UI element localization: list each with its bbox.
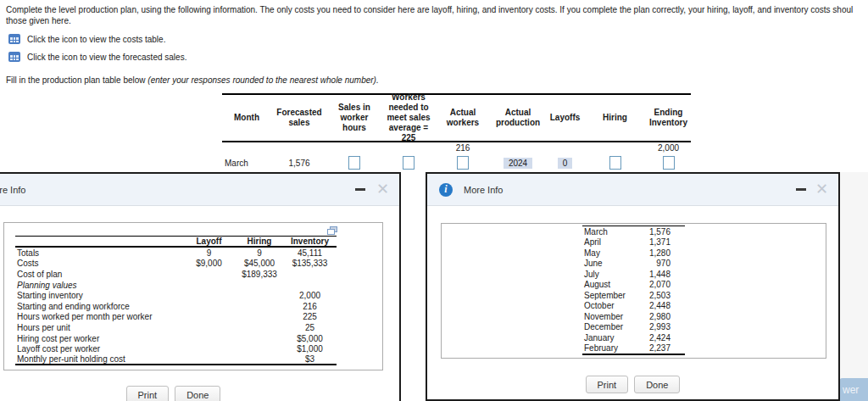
- table-row: June970: [582, 259, 685, 270]
- col-forecasted-sales: Forecasted sales: [271, 95, 327, 141]
- minimize-icon[interactable]: [796, 188, 806, 191]
- sales-link-label: Click the icon to view the forecasted sa…: [27, 53, 186, 62]
- header-inventory: Inventory: [283, 237, 337, 246]
- table-row: Hours per unit 25: [15, 322, 337, 333]
- table-row: Starting inventory 2,000: [15, 290, 337, 301]
- production-plan-table: Month Forecasted sales Sales in worker h…: [222, 93, 691, 172]
- table-row: Monthly per-unit holding cost $3: [15, 354, 337, 365]
- forecasted-sales-icon[interactable]: [8, 52, 20, 62]
- given-values-row: 216 2,000: [222, 143, 691, 153]
- forecast-table: March1,576 April1,371 May1,280 June970 J…: [582, 226, 685, 355]
- forecast-popup-title: More Info: [464, 185, 503, 195]
- minimize-icon[interactable]: [355, 188, 365, 191]
- costs-table-link: Click the icon to view the costs table.: [8, 34, 165, 44]
- costs-table-icon[interactable]: [8, 34, 20, 44]
- actual-workers-given: 216: [436, 143, 490, 153]
- sales-worker-hours-input[interactable]: [348, 156, 360, 170]
- table-row: Hiring cost per worker $5,000: [15, 333, 337, 344]
- actual-workers-input[interactable]: [457, 156, 469, 170]
- instruction-line-2: those given here.: [6, 15, 868, 26]
- workers-needed-input[interactable]: [403, 156, 415, 170]
- col-actual-production: Actual production: [490, 95, 546, 141]
- forecast-popup-titlebar: i More Info ✕: [427, 174, 838, 206]
- forecast-popup-window: i More Info ✕ March1,576 April1,371 May1…: [426, 172, 840, 401]
- table-row: January2,424: [582, 332, 685, 343]
- table-row: March1,576: [582, 226, 685, 237]
- done-button[interactable]: Done: [175, 386, 220, 401]
- check-answer-button[interactable]: wer: [839, 378, 868, 401]
- forecast-table-panel: March1,576 April1,371 May1,280 June970 J…: [441, 223, 826, 359]
- forecasted-sales-value: 1,576: [271, 159, 327, 168]
- info-icon: i: [439, 183, 453, 197]
- popout-icon[interactable]: [327, 226, 337, 235]
- table-row: Totals 9 9 45,111: [15, 248, 337, 259]
- print-button[interactable]: Print: [586, 376, 629, 393]
- fill-instruction: Fill in the production plan table below …: [6, 75, 379, 85]
- close-icon[interactable]: ✕: [376, 181, 389, 197]
- table-row: October2,448: [582, 301, 685, 312]
- actual-production-input[interactable]: 2024: [504, 158, 532, 169]
- col-month: Month: [222, 95, 271, 141]
- costs-popup-titlebar: i More Info ✕: [0, 174, 399, 206]
- table-row: November2,980: [582, 311, 685, 322]
- table-row: December2,993: [582, 322, 685, 333]
- header-layoff: Layoff: [182, 237, 236, 246]
- col-sales-worker-hours: Sales in worker hours: [327, 95, 381, 141]
- table-row: September2,503: [582, 290, 685, 301]
- header-hiring: Hiring: [236, 237, 283, 246]
- print-button[interactable]: Print: [126, 386, 170, 401]
- table-row: May1,280: [582, 248, 685, 259]
- table-row: Starting and ending workforce 216: [15, 301, 337, 312]
- table-row: Costs $9,000 $45,000 $135,333: [15, 259, 337, 270]
- costs-popup-title: More Info: [0, 185, 25, 195]
- costs-table: Layoff Hiring Inventory Totals 9 9 45,11…: [15, 236, 337, 365]
- costs-table-panel: Layoff Hiring Inventory Totals 9 9 45,11…: [3, 222, 383, 370]
- col-hiring: Hiring: [584, 95, 646, 141]
- table-row: Hours worked per month per worker 225: [15, 312, 337, 323]
- col-ending-inventory: Ending Inventory: [646, 95, 691, 141]
- done-button[interactable]: Done: [634, 376, 680, 393]
- month-label: March: [222, 159, 271, 168]
- hiring-input[interactable]: [609, 156, 621, 170]
- layoffs-input[interactable]: 0: [558, 158, 573, 169]
- ending-inventory-input[interactable]: [663, 156, 675, 170]
- col-actual-workers: Actual workers: [436, 95, 490, 141]
- costs-popup-window: i More Info ✕ Layoff Hiring Inventory To…: [0, 172, 401, 401]
- instruction-line-1: Complete the level production plan, usin…: [6, 4, 868, 15]
- costs-link-label: Click the icon to view the costs table.: [27, 35, 165, 44]
- table-row: Cost of plan $189,333: [15, 269, 337, 280]
- production-table-header: Month Forecasted sales Sales in worker h…: [222, 95, 691, 142]
- table-row-march: March 1,576 2024 0: [222, 153, 691, 172]
- table-row: February2,237: [582, 343, 685, 354]
- table-row: Planning values: [15, 280, 337, 291]
- col-workers-needed: Workers needed to meet sales average = 2…: [381, 95, 436, 141]
- ending-inventory-given: 2,000: [646, 143, 691, 153]
- forecasted-sales-link: Click the icon to view the forecasted sa…: [8, 52, 186, 62]
- close-icon[interactable]: ✕: [815, 181, 828, 197]
- page-margin: [840, 172, 868, 401]
- table-row: July1,448: [582, 269, 685, 280]
- table-row: August2,070: [582, 280, 685, 291]
- col-layoffs: Layoffs: [546, 95, 584, 141]
- costs-table-header: Layoff Hiring Inventory: [15, 236, 337, 248]
- table-row: Layoff cost per worker $1,000: [15, 343, 337, 354]
- table-row: April1,371: [582, 237, 685, 248]
